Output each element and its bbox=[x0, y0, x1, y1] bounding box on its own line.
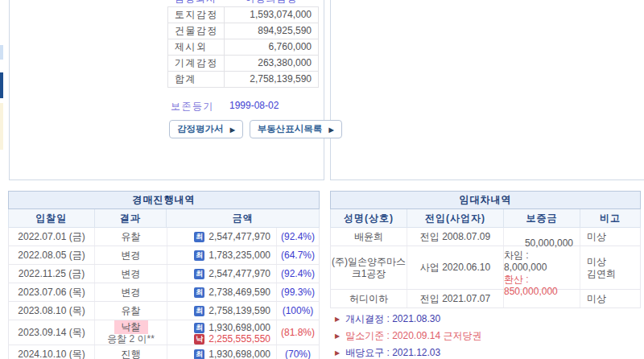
table-row: 배윤희 전입 2008.07.09 미상 bbox=[330, 228, 641, 246]
min-price-value: 1,930,698,000 bbox=[208, 349, 270, 359]
auction-progress-table: 경매진행내역 입찰일 결과 금액 2022.07.01 (금) 유찰 최 2,5… bbox=[8, 191, 320, 359]
win-price-badge-icon: 낙 bbox=[194, 334, 204, 345]
sold-highlight: 낙찰 bbox=[114, 320, 148, 334]
bid-amount: 최 2,547,477,970 bbox=[167, 228, 277, 246]
deposit-rent: 차임 : 8,000,000 bbox=[504, 250, 573, 274]
bid-percent: (100%) bbox=[277, 302, 319, 320]
auction-detail-page: 감정회사 이정희감정 토지감정 1,593,074,000 건물감정 894,9… bbox=[0, 0, 644, 359]
appraisal-company-row: 감정회사 이정희감정 bbox=[167, 0, 319, 6]
bid-amount: 최 2,547,477,970 bbox=[167, 265, 277, 283]
bullet-arrow-icon: ▶ bbox=[335, 332, 340, 340]
bid-result: 변경 bbox=[95, 246, 167, 264]
table-row: 2022.11.25 (금) 변경 최 2,547,477,970 (92.4%… bbox=[8, 265, 320, 283]
bid-result: 낙찰 응찰 2 이** bbox=[95, 320, 167, 345]
column-header-note: 비고 bbox=[580, 209, 640, 227]
arrow-right-icon: ▶ bbox=[329, 126, 334, 134]
lease-table: 임대차내역 성명(상호) 전입(사업자) 보증금 비고 배윤희 전입 2008.… bbox=[330, 191, 641, 308]
table-row: 2023.08.10 (목) 유찰 최 2,758,139,590 (100%) bbox=[8, 302, 320, 320]
table-row: (주)일손양주마스크1공장 사업 2020.06.10 50,000,000 차… bbox=[330, 246, 641, 290]
appraisal-label: 제시외 bbox=[168, 39, 225, 56]
appraisal-table: 토지감정 1,593,074,000 건물감정 894,925,590 제시외 … bbox=[167, 6, 319, 88]
min-price-badge-icon: 최 bbox=[194, 269, 204, 279]
appraisal-report-label: 감정평가서 bbox=[177, 124, 224, 134]
lease-table-title: 임대차내역 bbox=[330, 191, 641, 209]
tenant-deposit bbox=[504, 290, 580, 307]
table-row: 허디이하 전입 2021.07.07 미상 bbox=[330, 290, 641, 308]
cropped-left-fragment bbox=[0, 72, 3, 98]
column-header-bid-date: 입찰일 bbox=[9, 209, 95, 227]
lease-table-header: 성명(상호) 전입(사업자) 보증금 비고 bbox=[330, 209, 641, 228]
tenant-registration: 사업 2020.06.10 bbox=[407, 246, 504, 289]
appraisal-label: 건물감정 bbox=[168, 23, 225, 39]
table-row: 기계감정 263,380,000 bbox=[168, 56, 319, 72]
table-row: 제시외 6,760,000 bbox=[168, 39, 319, 56]
table-row: 합계 2,758,139,590 bbox=[168, 72, 319, 88]
appraisal-company-label: 감정회사 bbox=[167, 0, 224, 6]
tenant-registration: 전입 2021.07.07 bbox=[407, 290, 504, 307]
table-row: 2023.07.06 (목) 변경 최 2,738,469,590 (99.3%… bbox=[8, 283, 320, 302]
registry-label: 보존등기 bbox=[171, 101, 214, 112]
column-header-amount: 금액 bbox=[167, 209, 319, 227]
min-price-badge-icon: 최 bbox=[194, 349, 204, 359]
table-row: 2022.07.01 (금) 유찰 최 2,547,477,970 (92.4%… bbox=[8, 228, 320, 246]
appraisal-report-button[interactable]: 감정평가서 ▶ bbox=[169, 120, 243, 138]
min-price-badge-icon: 최 bbox=[194, 232, 204, 242]
photo-panel bbox=[330, 0, 644, 180]
bid-result: 변경 bbox=[95, 283, 167, 301]
tenant-registration: 전입 2008.07.09 bbox=[407, 228, 504, 246]
case-notes: ▶개시결정 : 2021.08.30 ▶말소기준 : 2020.09.14 근저… bbox=[333, 311, 641, 359]
column-header-tenant-name: 성명(상호) bbox=[331, 209, 407, 227]
bid-result: 유찰 bbox=[95, 228, 167, 246]
min-price-value: 2,738,469,590 bbox=[208, 287, 270, 298]
min-price-badge-icon: 최 bbox=[194, 323, 204, 333]
note-start-decision: ▶개시결정 : 2021.08.30 bbox=[333, 311, 641, 328]
appraisal-value: 1,593,074,000 bbox=[225, 7, 319, 23]
appraisal-value: 894,925,590 bbox=[225, 23, 319, 39]
bid-amount: 최 2,758,139,590 bbox=[167, 302, 277, 320]
tenant-name: 허디이하 bbox=[331, 290, 407, 307]
column-header-registration: 전입(사업자) bbox=[407, 209, 504, 227]
bullet-arrow-icon: ▶ bbox=[335, 316, 340, 323]
bid-date: 2023.07.06 (목) bbox=[9, 283, 95, 301]
appraisal-company-value: 이정희감정 bbox=[224, 0, 319, 6]
min-price-value: 2,758,139,590 bbox=[208, 305, 270, 316]
bullet-arrow-icon: ▶ bbox=[335, 349, 340, 357]
bid-date: 2022.08.05 (금) bbox=[9, 246, 95, 264]
min-price-value: 2,547,477,970 bbox=[208, 231, 270, 242]
win-price-value: 2,255,555,550 bbox=[208, 333, 270, 345]
auction-table-header: 입찰일 결과 금액 bbox=[8, 209, 320, 228]
appraisal-value: 2,758,139,590 bbox=[225, 72, 319, 88]
registry-date[interactable]: 1999-08-02 bbox=[229, 100, 279, 111]
property-list-button[interactable]: 부동산표시목록 ▶ bbox=[250, 120, 342, 138]
bid-date: 2022.11.25 (금) bbox=[9, 265, 95, 283]
bid-date: 2024.10.10 (목) bbox=[9, 345, 95, 359]
table-row: 토지감정 1,593,074,000 bbox=[168, 7, 319, 23]
bid-result: 유찰 bbox=[95, 302, 167, 320]
appraisal-value: 263,380,000 bbox=[225, 56, 319, 72]
bid-date: 2023.09.14 (목) bbox=[9, 320, 95, 345]
table-row: 2022.08.05 (금) 변경 최 1,783,235,000 (64.7%… bbox=[8, 246, 320, 265]
appraisal-label: 기계감정 bbox=[168, 56, 225, 72]
bid-date: 2023.08.10 (목) bbox=[9, 302, 95, 320]
appraisal-label: 토지감정 bbox=[168, 7, 225, 23]
cropped-left-fragment bbox=[0, 103, 3, 150]
note-extinguish-basis: ▶말소기준 : 2020.09.14 근저당권 bbox=[333, 328, 641, 345]
min-price-value: 1,783,235,000 bbox=[208, 250, 270, 261]
bid-result: 진행 bbox=[95, 345, 167, 359]
bid-amount: 최 2,738,469,590 bbox=[167, 283, 277, 301]
min-price-value: 2,547,477,970 bbox=[208, 268, 270, 279]
column-header-deposit: 보증금 bbox=[504, 209, 580, 227]
tenant-note: 미상 김연희 bbox=[580, 246, 640, 289]
bid-percent: (81.8%) bbox=[277, 320, 319, 345]
bid-percent: (92.4%) bbox=[277, 228, 319, 246]
cropped-left-fragment bbox=[0, 45, 3, 60]
arrow-right-icon: ▶ bbox=[230, 126, 235, 134]
note-dividend-demand: ▶배당요구 : 2021.12.03 bbox=[333, 345, 641, 359]
column-header-result: 결과 bbox=[95, 209, 167, 227]
bid-amount: 최 1,783,235,000 bbox=[167, 246, 277, 264]
tenant-name: 배윤희 bbox=[331, 228, 407, 246]
min-price-badge-icon: 최 bbox=[194, 250, 204, 261]
table-row-sold: 2023.09.14 (목) 낙찰 응찰 2 이** 최 1,930,698,0… bbox=[8, 320, 320, 345]
tenant-deposit: 50,000,000 차임 : 8,000,000 환산 : 850,000,0… bbox=[504, 246, 580, 289]
bid-amount: 최 1,930,698,000 낙 2,255,555,550 bbox=[167, 320, 277, 345]
